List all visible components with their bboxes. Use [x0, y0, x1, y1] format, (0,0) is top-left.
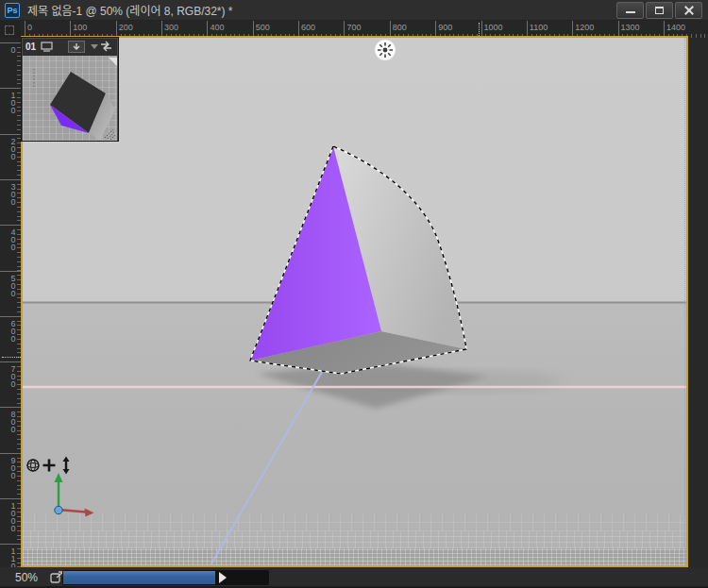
sun-icon-center — [383, 48, 388, 53]
canvas-area[interactable] — [21, 36, 688, 567]
secondary-view-panel[interactable]: 01 — [21, 37, 119, 142]
zoom-level-field[interactable]: 50% — [15, 571, 38, 584]
axis-x-red-arrowhead — [85, 509, 94, 517]
scene-bounds-dotted-edge — [684, 38, 685, 565]
view-dropdown-arrow-icon[interactable] — [91, 43, 98, 49]
document-title: 제목 없음-1 @ 50% (레이어 8, RGB/32*) * — [27, 2, 233, 18]
swap-main-view-icon[interactable] — [100, 41, 112, 52]
ground-z-axis-line — [210, 365, 326, 565]
orbit-3d-icon-meridian — [31, 460, 36, 471]
close-button[interactable] — [675, 2, 702, 19]
maximize-icon — [655, 7, 664, 14]
minimize-icon — [626, 11, 635, 13]
secondary-view-thumbnail[interactable] — [23, 56, 117, 141]
title-bar: Ps 제목 없음-1 @ 50% (레이어 8, RGB/32*) * — [0, 0, 708, 21]
render-progress-track — [62, 570, 269, 585]
left-ruler[interactable]: 010020030040050060070080090010001100 — [0, 38, 21, 567]
object-shadow — [257, 361, 487, 409]
orbit-3d-icon[interactable] — [27, 460, 39, 471]
secondary-view-label: 01 — [25, 42, 36, 52]
resize-grip-icon[interactable] — [105, 129, 115, 140]
secondary-view-header: 01 — [22, 38, 118, 55]
dolly-3d-icon-arrow-down — [63, 469, 70, 475]
status-bar: 50% — [0, 567, 708, 588]
maximize-button[interactable] — [646, 2, 673, 19]
ruler-origin-box[interactable] — [0, 21, 21, 38]
photoshop-window: Ps 제목 없음-1 @ 50% (레이어 8, RGB/32*) * 0100… — [0, 0, 708, 588]
status-flyout-arrow-icon[interactable] — [219, 572, 227, 583]
axis-origin-z[interactable] — [55, 506, 62, 513]
render-progress-bar — [63, 571, 215, 584]
photoshop-app-icon[interactable]: Ps — [5, 3, 20, 18]
dolly-3d-icon-arrow-up — [63, 457, 70, 462]
axis-y-green-arrowhead — [55, 473, 63, 482]
pan-3d-icon[interactable] — [43, 460, 56, 472]
orbit-3d-icon-equator — [27, 463, 39, 468]
camera-swap-icon[interactable] — [41, 42, 53, 52]
cursor-position-marker-left — [2, 357, 21, 358]
secondary-view-scene — [23, 56, 117, 141]
corner-fold-icon[interactable] — [109, 58, 117, 66]
window-controls — [616, 2, 702, 19]
save-view-button[interactable] — [68, 41, 85, 53]
close-icon — [684, 6, 694, 15]
minimize-button[interactable] — [616, 2, 644, 19]
canvas-3d-scene[interactable] — [23, 38, 686, 565]
